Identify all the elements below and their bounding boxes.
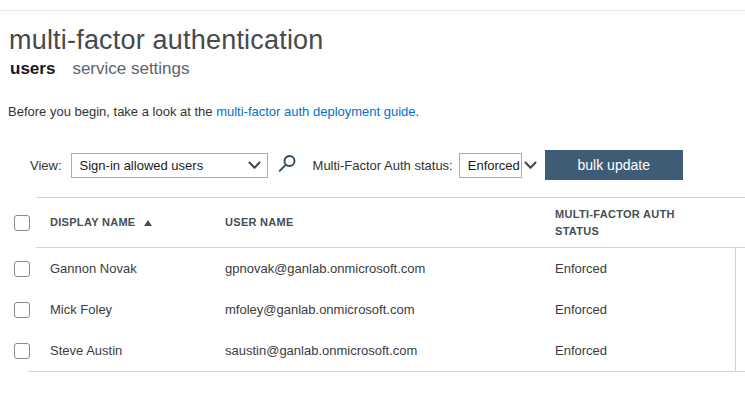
cell-display-name: Mick Foley [50,302,225,317]
mfa-status-header-label: MULTI-FACTOR AUTH STATUS [555,206,715,240]
top-divider [0,10,745,11]
table-header-divider [36,247,745,248]
row-checkbox[interactable] [14,261,30,277]
controls-bar: View: Sign-in allowed users Multi-Factor… [30,148,745,182]
table-row[interactable]: Steve Austin saustin@ganlab.onmicrosoft.… [0,330,745,371]
view-select[interactable]: Sign-in allowed users [71,153,268,178]
search-button[interactable] [276,153,298,177]
tab-users[interactable]: users [10,59,55,79]
cell-mfa-status: Enforced [555,261,745,276]
row-checkbox[interactable] [14,302,30,318]
intro-prefix: Before you begin, take a look at the [8,104,216,119]
table-top-border [36,197,745,198]
cell-mfa-status: Enforced [555,343,745,358]
cell-display-name: Steve Austin [50,343,225,358]
sort-ascending-icon [144,220,152,226]
table-header-row: DISPLAY NAME USER NAME MULTI-FACTOR AUTH… [0,198,745,248]
column-header-user-name[interactable]: USER NAME [225,214,555,231]
view-label: View: [30,158,62,173]
chevron-down-icon [524,158,537,173]
cell-mfa-status: Enforced [555,302,745,317]
column-header-mfa-status[interactable]: MULTI-FACTOR AUTH STATUS [555,206,745,240]
cell-user-name: mfoley@ganlab.onmicrosoft.com [225,302,555,317]
mfa-status-select-value: Enforced [468,158,520,173]
page-title: multi-factor authentication [9,25,324,56]
cell-user-name: gpnovak@ganlab.onmicrosoft.com [225,261,555,276]
table-row[interactable]: Mick Foley mfoley@ganlab.onmicrosoft.com… [0,289,745,330]
table-row[interactable]: Gannon Novak gpnovak@ganlab.onmicrosoft.… [0,248,745,289]
intro-text: Before you begin, take a look at the mul… [8,104,419,119]
table-scroll-divider [735,248,736,371]
mfa-status-select[interactable]: Enforced [459,153,522,178]
cell-user-name: saustin@ganlab.onmicrosoft.com [225,343,555,358]
table-bottom-border [28,371,745,372]
deployment-guide-link[interactable]: multi-factor auth deployment guide [216,104,415,119]
tab-bar: users service settings [10,59,190,79]
intro-suffix: . [416,104,420,119]
select-all-cell [0,215,50,231]
mfa-status-label: Multi-Factor Auth status: [313,158,453,173]
select-all-checkbox[interactable] [14,215,30,231]
users-table: DISPLAY NAME USER NAME MULTI-FACTOR AUTH… [0,197,745,371]
chevron-down-icon [248,158,261,173]
search-icon [277,154,297,177]
display-name-header-label: DISPLAY NAME [50,214,136,231]
tab-service-settings[interactable]: service settings [72,59,189,79]
view-select-value: Sign-in allowed users [80,158,204,173]
row-checkbox[interactable] [14,343,30,359]
column-header-display-name[interactable]: DISPLAY NAME [50,214,225,231]
bulk-update-button[interactable]: bulk update [545,150,683,180]
user-name-header-label: USER NAME [225,216,294,228]
cell-display-name: Gannon Novak [50,261,225,276]
